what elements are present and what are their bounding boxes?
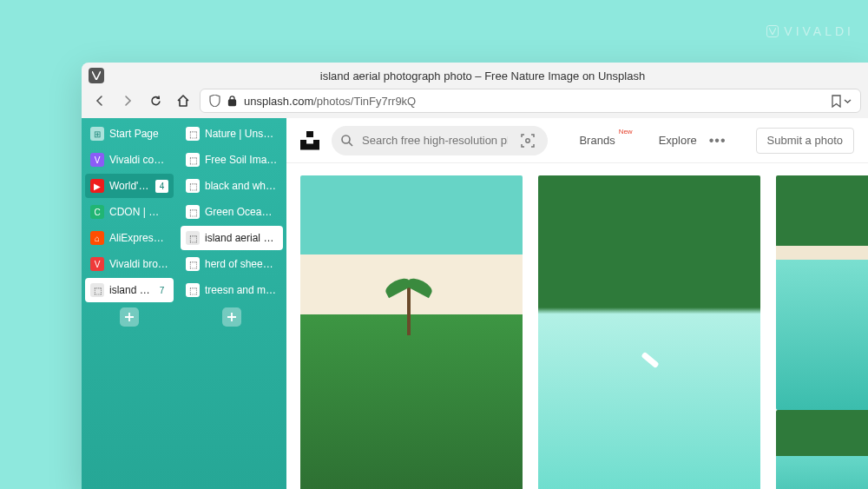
svg-rect-0 <box>229 100 236 106</box>
tab-item[interactable]: ⬚black and white m <box>181 174 283 198</box>
vivaldi-app-icon[interactable] <box>89 68 104 83</box>
lock-icon <box>227 96 237 107</box>
page-content: Brands New Explore ••• Submit a photo <box>286 118 868 489</box>
svg-point-2 <box>526 138 529 142</box>
tab-label: Start Page <box>109 128 168 140</box>
favicon: ⬚ <box>186 179 200 193</box>
tab-stack-count: 4 <box>155 180 168 193</box>
search-input[interactable] <box>362 134 508 147</box>
tab-item[interactable]: VVivaldi browser <box>85 252 174 276</box>
photo-thumbnail[interactable] <box>538 175 760 489</box>
title-bar: island aerial photograph photo – Free Na… <box>82 63 868 89</box>
tab-label: treesn and mount <box>205 284 278 296</box>
photo-thumbnail[interactable] <box>300 175 523 489</box>
tab-item[interactable]: ⌂AliExpress - Onl <box>85 226 174 250</box>
forward-button[interactable] <box>116 89 139 112</box>
tab-label: CDON | When a <box>109 206 168 218</box>
favicon: ⊞ <box>90 127 104 141</box>
tab-item[interactable]: ⊞Start Page <box>85 122 174 146</box>
site-header: Brands New Explore ••• Submit a photo <box>286 118 868 163</box>
new-tab-button[interactable] <box>120 307 139 327</box>
tab-label: Nature | Unsplash <box>205 128 278 140</box>
reload-button[interactable] <box>144 89 167 112</box>
photo-thumbnail[interactable] <box>776 410 868 489</box>
favicon: ⬚ <box>186 231 200 245</box>
submit-photo-button[interactable]: Submit a photo <box>756 128 854 154</box>
favicon: ⬚ <box>186 257 200 271</box>
tab-item[interactable]: ⬚island aerial photo <box>181 226 283 250</box>
tab-item[interactable]: ⬚island aerial7 <box>85 278 174 302</box>
tab-label: island aerial photo <box>205 232 278 244</box>
nav-link-explore[interactable]: Explore <box>659 134 697 147</box>
favicon: ⬚ <box>186 127 200 141</box>
tab-item[interactable]: ⬚herd of sheep gra <box>181 252 283 276</box>
favicon: ⬚ <box>90 283 104 297</box>
tab-label: Free Soil Image on <box>205 154 278 166</box>
vivaldi-icon <box>766 25 779 37</box>
watermark-text: VIVALDI <box>784 24 854 38</box>
search-icon <box>340 134 353 147</box>
favicon: ▶ <box>90 179 104 193</box>
more-menu-icon[interactable]: ••• <box>709 133 727 149</box>
new-tab-button[interactable] <box>222 307 241 327</box>
tab-label: black and white m <box>205 180 278 192</box>
home-button[interactable] <box>172 89 194 112</box>
favicon: V <box>90 257 104 271</box>
url-domain: unsplash.com <box>244 95 313 108</box>
page-title: island aerial photograph photo – Free Na… <box>104 69 861 83</box>
favicon: ⬚ <box>186 205 200 219</box>
visual-search-icon[interactable] <box>516 133 539 149</box>
tab-label: Vivaldi community <box>109 154 168 166</box>
bookmark-button[interactable] <box>831 95 852 108</box>
tab-label: herd of sheep gra <box>205 258 278 270</box>
tab-label: island aerial <box>109 284 150 296</box>
favicon: ⬚ <box>186 283 200 297</box>
url-text: unsplash.com/photos/TinFy7rr9kQ <box>244 95 824 108</box>
tab-label: World's First <box>109 180 150 192</box>
tab-item[interactable]: ⬚Nature | Unsplash <box>181 122 283 146</box>
nav-link-brands[interactable]: Brands New <box>579 134 615 147</box>
shield-icon <box>209 95 220 107</box>
tab-label: AliExpress - Onl <box>109 232 168 244</box>
tab-item[interactable]: ▶World's First4 <box>85 174 174 198</box>
favicon: V <box>90 153 104 167</box>
tab-panel-secondary: ⬚Nature | Unsplash⬚Free Soil Image on⬚bl… <box>177 118 286 489</box>
photo-gallery <box>286 163 868 489</box>
favicon: ⌂ <box>90 231 104 245</box>
tab-label: Vivaldi browser <box>109 258 168 270</box>
address-bar[interactable]: unsplash.com/photos/TinFy7rr9kQ <box>200 89 861 113</box>
unsplash-logo[interactable] <box>300 131 319 150</box>
browser-window: island aerial photograph photo – Free Na… <box>82 63 868 489</box>
vivaldi-watermark: VIVALDI <box>766 24 854 38</box>
search-field[interactable] <box>332 126 548 155</box>
new-badge: New <box>619 128 633 135</box>
tab-item[interactable]: ⬚Green Ocean Pictu <box>181 200 283 224</box>
toolbar: unsplash.com/photos/TinFy7rr9kQ <box>82 89 868 118</box>
back-button[interactable] <box>89 89 111 112</box>
tab-stack-count: 7 <box>155 284 168 297</box>
tab-panel-primary: ⊞Start PageVVivaldi community▶World's Fi… <box>82 118 177 489</box>
favicon: C <box>90 205 104 219</box>
tab-item[interactable]: CCDON | When a <box>85 200 174 224</box>
tab-item[interactable]: ⬚Free Soil Image on <box>181 148 283 172</box>
chevron-down-icon <box>844 97 852 105</box>
tab-item[interactable]: ⬚treesn and mount <box>181 278 283 302</box>
url-path: /photos/TinFy7rr9kQ <box>313 95 416 108</box>
favicon: ⬚ <box>186 153 200 167</box>
tab-item[interactable]: VVivaldi community <box>85 148 174 172</box>
tab-label: Green Ocean Pictu <box>205 206 278 218</box>
svg-point-1 <box>342 135 350 143</box>
photo-thumbnail[interactable] <box>776 175 868 410</box>
